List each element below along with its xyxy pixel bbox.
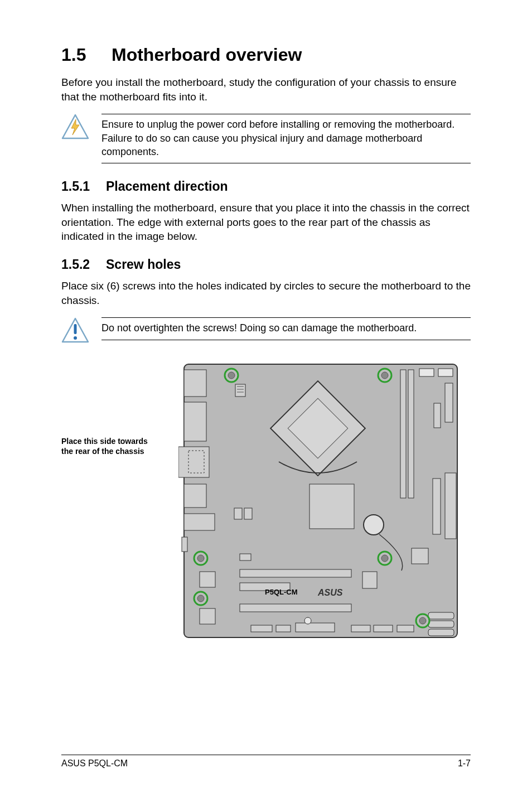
svg-rect-18	[438, 369, 453, 376]
svg-rect-33	[362, 572, 377, 588]
svg-rect-32	[240, 604, 351, 612]
danger-note: Ensure to unplug the power cord before i…	[61, 114, 471, 163]
subsection-number: 1.5.1	[61, 179, 106, 194]
svg-rect-25	[244, 508, 252, 519]
svg-rect-43	[374, 625, 393, 632]
svg-rect-7	[184, 402, 206, 441]
footer-right: 1-7	[458, 758, 471, 769]
svg-rect-39	[276, 625, 291, 632]
sec152-paragraph: Place six (6) screws into the holes indi…	[61, 279, 471, 307]
svg-rect-3	[74, 324, 77, 334]
svg-rect-6	[184, 370, 206, 397]
subsection-heading-152: 1.5.2Screw holes	[61, 257, 471, 272]
svg-rect-19	[445, 383, 453, 422]
caution-note: Do not overtighten the screws! Doing so …	[61, 317, 471, 343]
svg-marker-1	[71, 119, 79, 135]
subsection-number: 1.5.2	[61, 257, 106, 272]
svg-rect-27	[200, 572, 215, 587]
svg-point-41	[304, 617, 311, 624]
danger-note-text: Ensure to unplug the power cord before i…	[101, 114, 471, 163]
svg-rect-15	[400, 370, 406, 498]
section-number: 1.5	[61, 45, 112, 65]
svg-point-54	[197, 595, 204, 602]
svg-rect-35	[428, 612, 454, 619]
svg-rect-34	[412, 548, 428, 564]
svg-rect-29	[240, 554, 251, 561]
page-footer: ASUS P5QL-CM 1-7	[61, 755, 471, 769]
sec151-paragraph: When installing the motherboard, ensure …	[61, 201, 471, 244]
footer-left: ASUS P5QL-CM	[61, 758, 128, 769]
motherboard-diagram: Place this side towards the rear of the …	[61, 359, 471, 649]
svg-point-52	[381, 555, 388, 562]
brand-logo: ASUS	[317, 588, 343, 597]
page: 1.5Motherboard overview Before you insta…	[0, 0, 532, 802]
svg-rect-38	[251, 625, 272, 632]
subsection-title: Placement direction	[106, 179, 228, 194]
svg-rect-37	[428, 629, 454, 636]
svg-rect-44	[397, 625, 414, 632]
intro-paragraph: Before you install the motherboard, stud…	[61, 75, 471, 104]
svg-rect-23	[309, 484, 354, 529]
svg-rect-24	[234, 508, 242, 519]
svg-point-46	[228, 372, 235, 379]
motherboard-svg: P5QL-CM ASUS	[178, 359, 463, 643]
caution-note-text: Do not overtighten the screws! Doing so …	[101, 317, 471, 340]
subsection-heading-151: 1.5.1Placement direction	[61, 179, 471, 194]
svg-rect-10	[184, 484, 206, 508]
section-title: Motherboard overview	[112, 45, 302, 65]
board-model-label: P5QL-CM	[265, 588, 298, 596]
svg-rect-28	[200, 608, 215, 624]
svg-point-26	[364, 515, 384, 535]
svg-point-48	[381, 372, 388, 379]
svg-rect-22	[433, 479, 441, 534]
svg-rect-30	[240, 569, 351, 577]
exclamation-icon	[61, 317, 89, 343]
svg-rect-36	[428, 621, 454, 627]
svg-rect-57	[235, 384, 245, 397]
svg-point-50	[197, 555, 204, 562]
lightning-icon	[61, 114, 89, 139]
section-heading: 1.5Motherboard overview	[61, 45, 471, 65]
diagram-side-label: Place this side towards the rear of the …	[61, 437, 159, 456]
svg-rect-20	[434, 403, 441, 428]
subsection-title: Screw holes	[106, 257, 181, 272]
svg-rect-12	[182, 537, 187, 552]
svg-rect-42	[351, 625, 370, 632]
svg-point-4	[74, 336, 77, 340]
svg-rect-17	[419, 369, 434, 376]
svg-rect-40	[296, 623, 335, 632]
svg-rect-16	[408, 370, 414, 498]
svg-rect-21	[445, 473, 456, 539]
svg-point-56	[419, 617, 426, 624]
svg-rect-11	[184, 514, 215, 530]
